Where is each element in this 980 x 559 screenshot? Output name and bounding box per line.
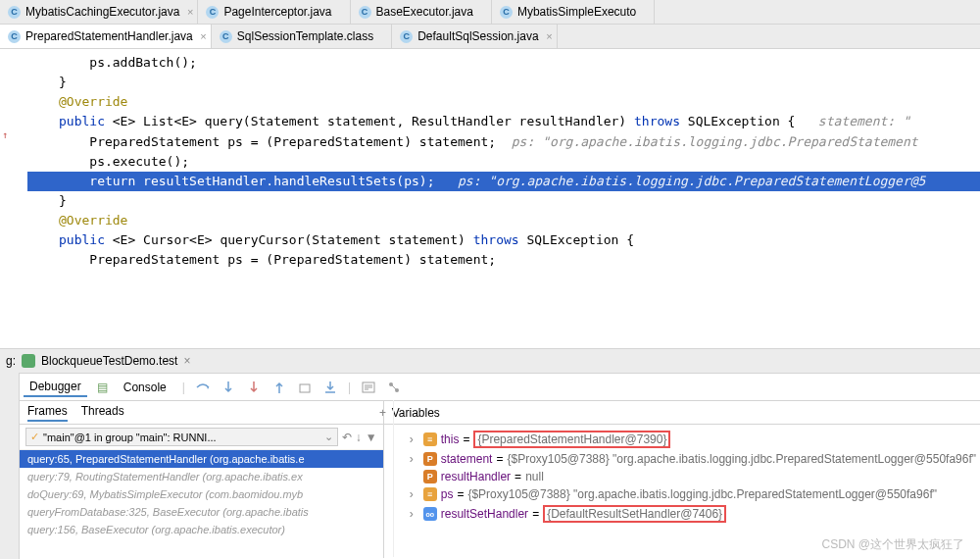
variables-panel: Variables ›≡ this = {PreparedStatementHa…: [384, 401, 980, 558]
tab-label: SqlSessionTemplate.class: [237, 29, 373, 43]
var-badge-icon: ≡: [423, 487, 437, 501]
watermark: CSDN @这个世界太疯狂了: [821, 536, 964, 553]
file-tab[interactable]: CMybatisSimpleExecuto: [492, 0, 655, 24]
java-class-icon: C: [206, 6, 219, 19]
step-over-icon[interactable]: [195, 380, 211, 395]
variable-row[interactable]: ›≡ ps = {$Proxy105@7388} "org.apache.iba…: [406, 485, 980, 503]
java-class-icon: C: [8, 6, 21, 19]
breakpoint-icon[interactable]: ↑: [2, 127, 27, 143]
file-tab[interactable]: CMybatisCachingExecutor.java×: [0, 0, 198, 24]
debug-config-bar: g: BlockqueueTestDemo.test ×: [0, 348, 980, 374]
execution-line: return resultSetHandler.handleResultSets…: [4, 172, 980, 191]
code-line: ps.execute();: [4, 152, 980, 172]
prev-frame-icon[interactable]: ↶: [342, 431, 352, 444]
close-icon[interactable]: ×: [546, 30, 552, 42]
tab-label: PreparedStatementHandler.java: [25, 29, 193, 43]
step-into-icon[interactable]: [220, 380, 236, 395]
variable-row[interactable]: ›oo resultSetHandler = {DefaultResultSet…: [406, 503, 980, 525]
variable-row[interactable]: ›P statement = {$Proxy105@7388} "org.apa…: [406, 450, 980, 468]
close-icon[interactable]: ×: [183, 354, 190, 368]
variable-name: statement: [441, 452, 493, 466]
stack-list: query:65, PreparedStatementHandler (org.…: [20, 450, 383, 538]
step-out-icon[interactable]: [271, 380, 287, 395]
var-badge-icon: P: [423, 452, 437, 466]
stack-frame[interactable]: query:79, RoutingStatementHandler (org.a…: [20, 468, 383, 485]
variable-name: resultHandler: [441, 470, 511, 483]
expand-icon[interactable]: ›: [410, 487, 419, 501]
variable-value: {PreparedStatementHandler@7390}: [473, 431, 670, 448]
code-line: ps.addBatch();: [4, 53, 980, 73]
java-class-icon: C: [359, 6, 371, 19]
frames-panel: Frames Threads ✓ "main"@1 in group "main…: [20, 401, 384, 558]
stack-frame[interactable]: doQuery:69, MybatisSimpleExecutor (com.b…: [20, 485, 383, 503]
file-tab[interactable]: CPageInterceptor.java: [198, 0, 350, 24]
stack-frame[interactable]: queryFromDatabase:325, BaseExecutor (org…: [20, 503, 383, 521]
run-to-cursor-icon[interactable]: [322, 380, 338, 395]
drop-frame-icon[interactable]: [297, 380, 313, 395]
tab-label: MybatisCachingExecutor.java: [25, 5, 179, 19]
var-badge-icon: oo: [423, 507, 437, 521]
bug-icon: [22, 354, 35, 368]
thread-selector-row: ✓ "main"@1 in group "main": RUNNI... ⌄ ↶…: [20, 425, 383, 450]
code-line: @Override: [4, 92, 980, 112]
variable-name: resultSetHandler: [441, 507, 528, 521]
add-watch-gutter[interactable]: +: [372, 400, 394, 557]
stack-frame[interactable]: query:65, PreparedStatementHandler (org.…: [20, 450, 383, 468]
java-class-icon: C: [8, 30, 21, 43]
threads-tab[interactable]: Threads: [81, 404, 124, 422]
variable-row[interactable]: ›≡ this = {PreparedStatementHandler@7390…: [406, 429, 980, 450]
java-class-icon: C: [400, 30, 413, 43]
file-tab[interactable]: CBaseExecutor.java: [351, 0, 492, 24]
var-badge-icon: P: [423, 470, 437, 483]
next-frame-icon[interactable]: ↓: [356, 431, 362, 444]
debug-columns: Frames Threads ✓ "main"@1 in group "main…: [20, 401, 980, 558]
run-config-name[interactable]: BlockqueueTestDemo.test: [41, 354, 177, 368]
svg-rect-0: [300, 384, 310, 392]
variables-header: Variables: [384, 401, 980, 425]
var-badge-icon: ≡: [423, 432, 437, 446]
java-class-icon: C: [500, 6, 513, 19]
tab-label: BaseExecutor.java: [376, 5, 473, 19]
chevron-down-icon: ⌄: [324, 431, 333, 443]
tab-console[interactable]: Console: [118, 379, 172, 396]
code-line: public <E> List<E> query(Statement state…: [4, 112, 980, 131]
tool-sidebar: [0, 373, 20, 559]
code-editor[interactable]: ↑ ps.addBatch(); } @Override public <E> …: [0, 49, 980, 348]
tabs-row-1: CMybatisCachingExecutor.java×CPageInterc…: [0, 0, 980, 25]
variable-row[interactable]: P resultHandler = null: [406, 468, 980, 485]
variable-value: {$Proxy105@7388} "org.apache.ibatis.logg…: [507, 452, 976, 466]
code-line: @Override: [4, 211, 980, 230]
code-line: }: [4, 191, 980, 211]
expand-icon[interactable]: ›: [410, 452, 419, 466]
frames-tab[interactable]: Frames: [27, 404, 68, 422]
debugger-toolbar: Debugger ▤ Console | |: [0, 374, 980, 401]
tab-debugger[interactable]: Debugger: [24, 378, 87, 397]
thread-select[interactable]: ✓ "main"@1 in group "main": RUNNI... ⌄: [25, 428, 338, 446]
tabs-row-2: CPreparedStatementHandler.java×CSqlSessi…: [0, 25, 980, 49]
variables-label: Variables: [392, 406, 440, 420]
variable-name: this: [441, 432, 460, 446]
stack-frame[interactable]: query:156, BaseExecutor (org.apache.ibat…: [20, 521, 383, 538]
trace-icon[interactable]: [386, 380, 402, 395]
close-icon[interactable]: ×: [187, 6, 193, 18]
close-icon[interactable]: ×: [200, 30, 206, 42]
variable-name: ps: [441, 487, 454, 501]
evaluate-icon[interactable]: [361, 380, 376, 395]
expand-icon[interactable]: ›: [410, 432, 419, 446]
code-line: }: [4, 73, 980, 92]
file-tab[interactable]: CSqlSessionTemplate.class: [212, 25, 392, 48]
variable-value: null: [525, 470, 544, 483]
variable-value: {DefaultResultSetHandler@7406}: [543, 505, 726, 523]
tab-label: DefaultSqlSession.java: [417, 29, 538, 43]
java-class-icon: C: [220, 30, 232, 43]
tab-label: PageInterceptor.java: [223, 5, 331, 19]
file-tab[interactable]: CPreparedStatementHandler.java×: [0, 25, 212, 48]
frames-header: Frames Threads: [20, 401, 383, 425]
expand-icon[interactable]: ›: [410, 507, 419, 521]
force-step-into-icon[interactable]: [246, 380, 262, 395]
console-icon: ▤: [97, 381, 108, 394]
tab-label: MybatisSimpleExecuto: [517, 5, 636, 19]
label: g:: [6, 354, 16, 368]
file-tab[interactable]: CDefaultSqlSession.java×: [392, 25, 557, 48]
code-line: public <E> Cursor<E> queryCursor(Stateme…: [4, 230, 980, 250]
